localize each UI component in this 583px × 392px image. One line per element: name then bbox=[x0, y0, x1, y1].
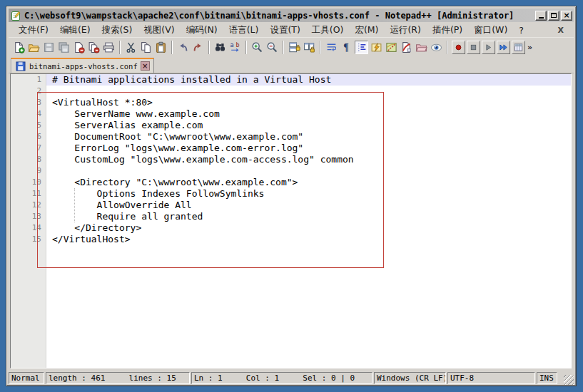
find-icon[interactable] bbox=[213, 41, 227, 54]
show-indent-guide-icon[interactable] bbox=[355, 41, 368, 54]
user-defined-dialog-icon[interactable] bbox=[370, 41, 383, 54]
tab-close-icon[interactable]: × bbox=[141, 61, 150, 71]
line-text[interactable]: Options Indexes FollowSymlinks bbox=[46, 188, 571, 200]
code-area[interactable]: 1# Bitnami applications installed in a V… bbox=[11, 74, 571, 245]
line-text[interactable] bbox=[46, 165, 571, 177]
line-number[interactable]: 1 bbox=[11, 74, 46, 86]
code-line[interactable]: 2 bbox=[11, 86, 571, 97]
macro-record-icon[interactable] bbox=[452, 41, 465, 54]
line-text[interactable]: ServerName www.example.com bbox=[46, 108, 571, 120]
code-line[interactable]: 14 </Directory> bbox=[11, 222, 571, 234]
line-number[interactable]: 12 bbox=[11, 200, 46, 211]
save-all-icon[interactable] bbox=[57, 41, 71, 54]
code-line[interactable]: 12 AllowOverride All bbox=[11, 200, 571, 211]
save-icon[interactable] bbox=[42, 41, 56, 54]
macro-run-multiple-icon[interactable] bbox=[497, 41, 510, 54]
code-line[interactable]: 10 <Directory "C:\wwwroot\www.example.co… bbox=[11, 177, 571, 188]
line-text[interactable]: CustomLog "logs\www.example.com-access.l… bbox=[46, 154, 571, 165]
menu-item-search[interactable]: 搜索(S) bbox=[96, 23, 138, 38]
line-number[interactable]: 7 bbox=[11, 143, 46, 154]
zoom-in-icon[interactable] bbox=[250, 41, 264, 54]
menu-item-file[interactable]: 文件(F) bbox=[13, 23, 54, 38]
editor[interactable]: 1# Bitnami applications installed in a V… bbox=[10, 73, 572, 368]
line-number[interactable]: 13 bbox=[11, 211, 46, 222]
code-line[interactable]: 13 Require all granted bbox=[11, 211, 571, 222]
menu-item-plugins[interactable]: 插件(P) bbox=[427, 23, 468, 38]
line-number[interactable]: 11 bbox=[11, 188, 46, 200]
code-line[interactable]: 1# Bitnami applications installed in a V… bbox=[11, 74, 571, 86]
replace-icon[interactable]: ab bbox=[228, 41, 242, 54]
line-text[interactable]: # Bitnami applications installed in a Vi… bbox=[46, 74, 571, 86]
code-line[interactable]: 6 DocumentRoot "C:\wwwroot\www.example.c… bbox=[11, 131, 571, 143]
new-file-icon[interactable] bbox=[12, 41, 26, 54]
status-eol-format[interactable]: Windows (CR LF) bbox=[374, 372, 446, 384]
code-line[interactable]: 7 ErrorLog "logs\www.example.com-error.l… bbox=[11, 143, 571, 154]
menu-item-window[interactable]: 窗口(W) bbox=[468, 23, 513, 38]
status-encoding[interactable]: UTF-8 bbox=[447, 372, 535, 384]
code-line[interactable]: 3<VirtualHost *:80> bbox=[11, 97, 571, 108]
redo-icon[interactable] bbox=[191, 41, 205, 54]
menu-item-run[interactable]: 运行(R) bbox=[384, 23, 426, 38]
status-insert-mode[interactable]: INS bbox=[537, 372, 557, 384]
zoom-out-icon[interactable] bbox=[265, 41, 279, 54]
line-text[interactable]: ErrorLog "logs\www.example.com-error.log… bbox=[46, 143, 571, 154]
line-text[interactable]: </Directory> bbox=[46, 222, 571, 234]
menu-item-settings[interactable]: 设置(T) bbox=[264, 23, 305, 38]
word-wrap-icon[interactable] bbox=[325, 41, 338, 54]
folder-as-workspace-icon[interactable] bbox=[415, 41, 428, 54]
macro-save-icon[interactable] bbox=[512, 41, 525, 54]
document-close-x-icon[interactable]: X bbox=[552, 26, 569, 35]
close-document-icon[interactable] bbox=[72, 41, 86, 54]
line-text[interactable]: <Directory "C:\wwwroot\www.example.com"> bbox=[46, 177, 571, 188]
line-text[interactable]: AllowOverride All bbox=[46, 200, 571, 211]
line-number[interactable]: 10 bbox=[11, 177, 46, 188]
sync-horizontal-scroll-icon[interactable] bbox=[303, 41, 316, 54]
line-text[interactable]: Require all granted bbox=[46, 211, 571, 222]
line-number[interactable]: 4 bbox=[11, 108, 46, 120]
toolbar-more-buttons-icon[interactable]: » bbox=[527, 43, 532, 52]
paste-icon[interactable] bbox=[154, 41, 168, 54]
code-line[interactable]: 15</VirtualHost> bbox=[11, 234, 571, 245]
cut-icon[interactable] bbox=[124, 41, 138, 54]
open-file-icon[interactable] bbox=[27, 41, 41, 54]
undo-icon[interactable] bbox=[176, 41, 190, 54]
close-button[interactable]: × bbox=[561, 11, 572, 21]
monitoring-eye-icon[interactable] bbox=[430, 41, 443, 54]
tab-bitnami-apps-vhosts[interactable]: bitnami-apps-vhosts.conf × bbox=[11, 58, 154, 73]
code-line[interactable]: 5 ServerAlias example.com bbox=[11, 120, 571, 131]
code-line[interactable]: 11 Options Indexes FollowSymlinks bbox=[11, 188, 571, 200]
title-bar[interactable]: C:\websoft9\wampstack\apache2\conf\bitna… bbox=[9, 9, 574, 22]
show-all-characters-icon[interactable]: ¶ bbox=[340, 41, 353, 54]
menu-item-help[interactable]: ? bbox=[513, 24, 529, 37]
line-text[interactable]: ServerAlias example.com bbox=[46, 120, 571, 131]
copy-icon[interactable] bbox=[139, 41, 153, 54]
code-line[interactable]: 8 CustomLog "logs\www.example.com-access… bbox=[11, 154, 571, 165]
line-number[interactable]: 8 bbox=[11, 154, 46, 165]
line-number[interactable]: 6 bbox=[11, 131, 46, 143]
menu-item-macro[interactable]: 宏(M) bbox=[349, 23, 384, 38]
menu-item-language[interactable]: 语言(L) bbox=[223, 23, 265, 38]
function-list-icon[interactable] bbox=[400, 41, 413, 54]
line-number[interactable]: 5 bbox=[11, 120, 46, 131]
close-all-documents-icon[interactable] bbox=[87, 41, 101, 54]
line-text[interactable]: <VirtualHost *:80> bbox=[46, 97, 571, 108]
print-icon[interactable] bbox=[102, 41, 116, 54]
macro-play-icon[interactable] bbox=[482, 41, 495, 54]
line-text[interactable]: DocumentRoot "C:\wwwroot\www.example.com… bbox=[46, 131, 571, 143]
menu-item-encoding[interactable]: 编码(N) bbox=[181, 23, 223, 38]
macro-stop-icon[interactable] bbox=[467, 41, 480, 54]
menu-item-tools[interactable]: 工具(O) bbox=[306, 23, 350, 38]
code-line[interactable]: 9 bbox=[11, 165, 571, 177]
line-number[interactable]: 9 bbox=[11, 165, 46, 177]
menu-item-edit[interactable]: 编辑(E) bbox=[54, 23, 96, 38]
line-text[interactable] bbox=[46, 86, 571, 97]
line-number[interactable]: 14 bbox=[11, 222, 46, 234]
resize-grip[interactable] bbox=[564, 375, 574, 385]
sync-vertical-scroll-icon[interactable] bbox=[288, 41, 301, 54]
line-number[interactable]: 3 bbox=[11, 97, 46, 108]
maximize-button[interactable] bbox=[548, 11, 559, 21]
line-text[interactable]: </VirtualHost> bbox=[46, 234, 571, 245]
menu-item-view[interactable]: 视图(V) bbox=[138, 23, 180, 38]
document-map-icon[interactable] bbox=[385, 41, 398, 54]
code-line[interactable]: 4 ServerName www.example.com bbox=[11, 108, 571, 120]
